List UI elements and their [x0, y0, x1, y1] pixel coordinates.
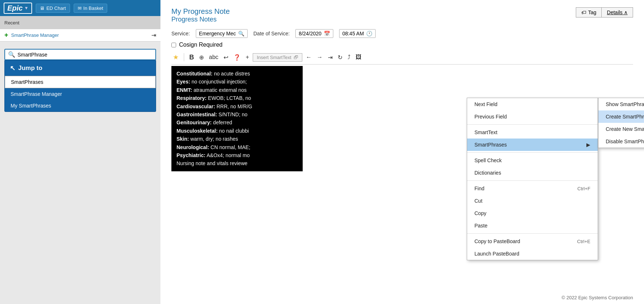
details-button[interactable]: Details ∧ [602, 7, 633, 17]
context-menu-copy[interactable]: Copy [467, 207, 598, 219]
jump-item-smartphrase-manager[interactable]: SmartPhrase Manager [5, 88, 156, 100]
calendar-icon: 📅 [324, 31, 330, 36]
smarttext-label: SmartText [474, 129, 497, 135]
context-menu-divider-3 [467, 180, 598, 181]
context-menu-divider-1 [467, 124, 598, 125]
page-header: My Progress Note Progress Notes 🏷 Tag De… [171, 7, 633, 23]
smartphrases-arrow-icon: ▶ [586, 142, 590, 148]
cut-label: Cut [474, 198, 482, 204]
context-menu-spell-check[interactable]: Spell Check [467, 154, 598, 167]
submenu-create-from-selected[interactable]: Create SmartPhrase from Selected Text [598, 110, 644, 123]
show-smartphrase-list-label: Show SmartPhrase List [606, 101, 644, 107]
ed-chart-icon: 🖥 [40, 5, 44, 11]
main-content: My Progress Note Progress Notes 🏷 Tag De… [160, 0, 644, 304]
dictionaries-label: Dictionaries [474, 170, 501, 176]
jump-to-dropdown: ↖ Jump to SmartPhrases SmartPhrase Manag… [4, 60, 156, 112]
context-menu-divider-2 [467, 152, 598, 153]
context-menu-smartphrases[interactable]: SmartPhrases ▶ [467, 139, 598, 151]
context-menu-previous-field[interactable]: Previous Field [467, 110, 598, 123]
cosign-checkbox[interactable] [171, 43, 176, 47]
spell-check-label: Spell Check [474, 157, 502, 163]
insert-smarttext-label: Insert SmartText [257, 55, 291, 60]
submenu-show-list[interactable]: Show SmartPhrase List [598, 98, 644, 110]
date-value: 8/24/2020 [299, 31, 321, 36]
jump-arrow-icon: ↖ [10, 64, 15, 72]
submenu-disable-popup[interactable]: Disable SmartPhrase Popup [598, 135, 644, 148]
context-menu-smarttext[interactable]: SmartText [467, 126, 598, 139]
refresh-button[interactable]: ↻ [336, 53, 344, 62]
context-menu-cut[interactable]: Cut [467, 195, 598, 207]
add-icon: + [4, 31, 8, 39]
editor-line-2: ENMT: atraumatic external nos [176, 86, 298, 94]
search-input[interactable] [18, 52, 127, 58]
context-menu-dictionaries[interactable]: Dictionaries [467, 167, 598, 179]
launch-pasteboard-label: Launch PasteBoard [474, 251, 519, 257]
bold-button[interactable]: B [188, 53, 195, 62]
nav-left-button[interactable]: ← [304, 53, 313, 61]
add-button[interactable]: + [244, 53, 251, 61]
format-button[interactable]: ⊕ [198, 53, 205, 62]
editor-line-5: Gastrointestinal: S/NT/ND; no [176, 110, 298, 118]
time-input[interactable]: 08:45 AM 🕐 [339, 29, 376, 38]
copy-pasteboard-shortcut: Ctrl+E [577, 239, 590, 244]
insert-smarttext-icon: 🗗 [294, 55, 298, 60]
smartphrase-manager-label: SmartPhrase Manager [11, 32, 59, 38]
nav-split-button[interactable]: ⇥ [326, 53, 334, 62]
undo-button[interactable]: ↩ [222, 53, 230, 62]
image-button[interactable]: 🖼 [354, 53, 363, 61]
editor-line-9: Neurological: CN normal, MAE; [176, 143, 298, 151]
header-buttons: 🏷 Tag Details ∧ [576, 7, 633, 17]
epic-logo[interactable]: Epic ▼ [4, 3, 32, 14]
in-basket-icon: ✉ [78, 5, 82, 11]
help-button[interactable]: ❓ [232, 53, 242, 62]
next-field-label: Next Field [474, 101, 497, 107]
editor-line-1: Eyes: no conjunctival injection; [176, 78, 298, 86]
page-title-block: My Progress Note Progress Notes [171, 7, 230, 23]
sidebar: Epic ▼ 🖥 ED Chart ✉ In Basket Recent + S… [0, 0, 160, 304]
top-nav: Epic ▼ 🖥 ED Chart ✉ In Basket [0, 0, 160, 16]
copyright-text: © 2022 Epic Systems Corporation [562, 295, 633, 300]
context-menu-find[interactable]: Find Ctrl+F [467, 182, 598, 195]
editor-line-0: Constitutional: no acute distres [176, 70, 298, 78]
service-label: Service: [171, 31, 190, 36]
editor-line-11: Nursing note and vitals reviewe [176, 159, 298, 167]
recent-section: Recent [0, 16, 160, 29]
insert-smarttext-button[interactable]: Insert SmartText 🗗 [253, 53, 302, 62]
context-menu-paste[interactable]: Paste [467, 219, 598, 232]
submenu: Show SmartPhrase List Create SmartPhrase… [598, 98, 644, 148]
cosign-row: Cosign Required [171, 42, 633, 48]
jump-to-label: Jump to [18, 65, 42, 72]
cosign-label: Cosign Required [179, 42, 222, 48]
recent-label: Recent [4, 20, 19, 26]
smartphrase-manager-pin-row[interactable]: + SmartPhrase Manager ⇥ [0, 29, 160, 42]
export-button[interactable]: ⤴ [346, 53, 352, 61]
ed-chart-button[interactable]: 🖥 ED Chart [36, 4, 70, 13]
context-menu-copy-pasteboard[interactable]: Copy to PasteBoard Ctrl+E [467, 235, 598, 248]
search-box: 🔍 [4, 49, 156, 60]
context-menu-next-field[interactable]: Next Field [467, 98, 598, 110]
find-label: Find [474, 186, 484, 191]
tag-icon: 🏷 [581, 9, 586, 15]
disable-smartphrase-popup-label: Disable SmartPhrase Popup [606, 139, 644, 144]
jump-item-smartphrases[interactable]: SmartPhrases [5, 76, 156, 88]
in-basket-button[interactable]: ✉ In Basket [74, 4, 107, 13]
service-input[interactable]: Emergency Mec 🔍 [196, 29, 248, 38]
jump-item-my-smartphrases[interactable]: My SmartPhrases [5, 100, 156, 112]
submenu-create-new[interactable]: Create New SmartPhrase [598, 123, 644, 135]
copy-pasteboard-label: Copy to PasteBoard [474, 238, 520, 244]
smartphrases-label: SmartPhrases [474, 142, 507, 148]
jump-to-header: ↖ Jump to [5, 61, 156, 76]
date-input[interactable]: 8/24/2020 📅 [295, 29, 333, 38]
nav-right-button[interactable]: → [315, 53, 324, 61]
previous-field-label: Previous Field [474, 114, 507, 120]
context-menu-divider-4 [467, 233, 598, 234]
spellcheck-button[interactable]: abc [207, 53, 220, 61]
find-shortcut: Ctrl+F [577, 186, 590, 191]
context-menu-launch-pasteboard[interactable]: Launch PasteBoard [467, 248, 598, 260]
star-button[interactable]: ★ [171, 52, 180, 62]
epic-logo-text: Epic [7, 4, 23, 12]
toolbar-separator-1 [184, 53, 184, 61]
tag-button[interactable]: 🏷 Tag [576, 7, 602, 17]
editor-content[interactable]: Constitutional: no acute distres Eyes: n… [171, 66, 303, 171]
editor-line-7: Musculoskeletal: no nail clubbi [176, 127, 298, 135]
